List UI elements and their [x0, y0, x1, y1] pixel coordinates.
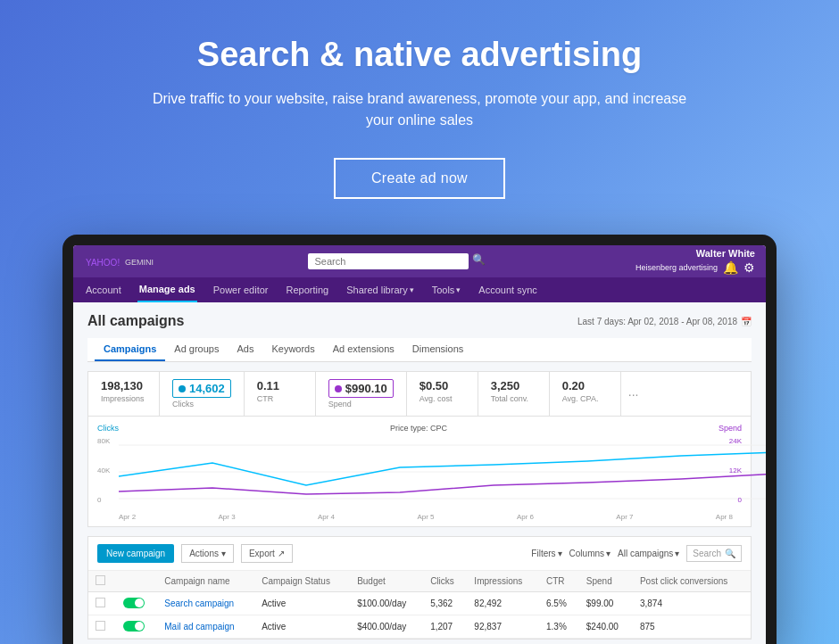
- tab-ad-groups[interactable]: Ad groups: [165, 338, 228, 361]
- filters-button[interactable]: Filters ▾: [531, 549, 561, 558]
- x-label-apr8: Apr 8: [716, 513, 733, 521]
- legend-spend: Spend: [719, 424, 742, 433]
- total-conv-label: Total conv.: [491, 394, 536, 403]
- nav-search-area: 🔍: [157, 253, 635, 269]
- th-campaign-name[interactable]: Campaign name: [157, 571, 254, 592]
- laptop-wrapper: YAHOO! GEMINI 🔍 Walter White Heisenberg …: [0, 235, 839, 644]
- all-campaigns-chevron-icon: ▾: [675, 549, 679, 558]
- x-label-apr6: Apr 6: [517, 513, 534, 521]
- row1-budget: $100.00/day: [350, 592, 423, 615]
- avg-cpa-label: Avg. CPA.: [562, 394, 608, 403]
- th-conversions[interactable]: Post click conversions: [633, 571, 751, 592]
- columns-button[interactable]: Columns ▾: [569, 549, 611, 558]
- metric-total-conv: 3,250 Total conv.: [478, 372, 550, 416]
- calendar-icon[interactable]: 📅: [741, 317, 752, 326]
- filters-label: Filters: [531, 549, 555, 558]
- row1-ctr: 6.5%: [539, 592, 579, 615]
- metrics-bar: 198,130 Impressions 14,602 Clicks 0.11 C…: [87, 371, 752, 417]
- y-axis-left: 80K 40K 0: [97, 436, 110, 506]
- th-checkbox: [88, 571, 116, 592]
- th-status[interactable]: Campaign Status: [254, 571, 350, 592]
- table-search-placeholder: Search: [693, 549, 721, 558]
- settings-icon[interactable]: ⚙: [743, 260, 755, 275]
- hero-title: Search & native advertising: [18, 36, 821, 74]
- table-search-icon: 🔍: [725, 549, 735, 558]
- subnav-tools[interactable]: Tools ▾: [430, 277, 463, 302]
- metric-avg-cpa: 0.20 Avg. CPA.: [550, 372, 621, 416]
- tab-campaigns[interactable]: Campaigns: [95, 338, 165, 361]
- metric-ctr: 0.11 CTR: [245, 372, 316, 416]
- chart-area: Clicks Price type: CPC Spend 80K 40K 0 2…: [87, 417, 752, 527]
- export-button[interactable]: Export ↗: [241, 544, 293, 563]
- toolbar-right: Filters ▾ Columns ▾ All campaigns ▾: [531, 545, 742, 562]
- tab-keywords[interactable]: Keywords: [262, 338, 323, 361]
- row2-checkbox[interactable]: [88, 615, 116, 639]
- th-spend[interactable]: Spend: [579, 571, 633, 592]
- row2-conversions: 875: [633, 615, 751, 639]
- subnav-shared-library[interactable]: Shared library ▾: [345, 277, 415, 302]
- subnav-power-editor[interactable]: Power editor: [212, 277, 270, 302]
- all-campaigns-dropdown[interactable]: All campaigns ▾: [618, 549, 679, 558]
- subnav-reporting[interactable]: Reporting: [284, 277, 330, 302]
- impressions-label: Impressions: [101, 394, 146, 403]
- sub-nav: Account Manage ads Power editor Reportin…: [73, 277, 766, 302]
- new-campaign-button[interactable]: New campaign: [97, 544, 174, 563]
- row1-toggle[interactable]: [116, 592, 157, 615]
- cta-button[interactable]: Create ad now: [334, 158, 505, 199]
- nav-user: Walter White Heisenberg advertising 🔔 ⚙: [635, 248, 755, 275]
- columns-label: Columns: [569, 549, 604, 558]
- user-subtitle: Heisenberg advertising: [635, 263, 718, 272]
- row2-impressions: 92,837: [467, 615, 539, 639]
- row1-campaign-name[interactable]: Search campaign: [157, 592, 254, 615]
- table-header-row: Campaign name Campaign Status Budget Cli…: [88, 571, 751, 592]
- user-name: Walter White: [635, 248, 755, 259]
- impressions-value: 198,130: [101, 379, 146, 392]
- row2-clicks: 1,207: [423, 615, 467, 639]
- th-clicks[interactable]: Clicks: [423, 571, 467, 592]
- metric-impressions: 198,130 Impressions: [88, 372, 160, 416]
- actions-chevron-icon: ▾: [221, 549, 226, 558]
- spend-dot: [335, 385, 342, 392]
- avg-cost-label: Avg. cost: [420, 394, 465, 403]
- table-row: Mail ad campaign Active $400.00/day 1,20…: [88, 615, 751, 639]
- select-all-checkbox[interactable]: [96, 575, 105, 585]
- x-label-apr4: Apr 4: [318, 513, 335, 521]
- notification-icon[interactable]: 🔔: [723, 260, 738, 275]
- laptop: YAHOO! GEMINI 🔍 Walter White Heisenberg …: [62, 235, 777, 644]
- subnav-manage-ads[interactable]: Manage ads: [137, 277, 197, 302]
- metric-more-button[interactable]: ···: [621, 372, 646, 416]
- row1-checkbox[interactable]: [88, 592, 116, 615]
- th-ctr[interactable]: CTR: [539, 571, 579, 592]
- tab-ads[interactable]: Ads: [228, 338, 262, 361]
- subnav-account[interactable]: Account: [84, 277, 123, 302]
- nav-search-input[interactable]: [308, 253, 469, 269]
- yahoo-nav: YAHOO! GEMINI 🔍 Walter White Heisenberg …: [73, 245, 766, 277]
- metric-avg-cost: $0.50 Avg. cost: [407, 372, 478, 416]
- actions-button[interactable]: Actions ▾: [181, 544, 234, 563]
- chart-container: 80K 40K 0 24K 12K 0: [97, 436, 742, 511]
- th-impressions[interactable]: Impressions: [467, 571, 539, 592]
- search-icon: 🔍: [472, 253, 486, 269]
- row2-toggle[interactable]: [116, 615, 157, 639]
- campaign-tabs: Campaigns Ad groups Ads Keywords Ad exte…: [87, 338, 752, 362]
- x-axis-labels: Apr 2 Apr 3 Apr 4 Apr 5 Apr 6 Apr 7 Apr …: [97, 511, 742, 523]
- chart-svg: [119, 436, 766, 508]
- row2-budget: $400.00/day: [350, 615, 423, 639]
- x-label-apr5: Apr 5: [417, 513, 434, 521]
- table-row: Search campaign Active $100.00/day 5,362…: [88, 592, 751, 615]
- subnav-account-sync[interactable]: Account sync: [477, 277, 538, 302]
- th-budget[interactable]: Budget: [350, 571, 423, 592]
- campaigns-table: Campaign name Campaign Status Budget Cli…: [88, 571, 751, 639]
- campaign-section: New campaign Actions ▾ Export ↗ Filters: [87, 536, 752, 640]
- y-axis-right: 24K 12K 0: [729, 436, 742, 506]
- metric-spend[interactable]: $990.10 Spend: [316, 372, 407, 416]
- total-conv-value: 3,250: [491, 379, 536, 392]
- tab-ad-extensions[interactable]: Ad extensions: [324, 338, 403, 361]
- date-range: Last 7 days: Apr 02, 2018 - Apr 08, 2018…: [577, 317, 752, 326]
- th-toggle: [116, 571, 157, 592]
- table-search[interactable]: Search 🔍: [686, 545, 742, 562]
- columns-chevron-icon: ▾: [606, 549, 611, 558]
- row2-campaign-name[interactable]: Mail ad campaign: [157, 615, 254, 639]
- tab-dimensions[interactable]: Dimensions: [403, 338, 472, 361]
- metric-clicks[interactable]: 14,602 Clicks: [160, 372, 245, 416]
